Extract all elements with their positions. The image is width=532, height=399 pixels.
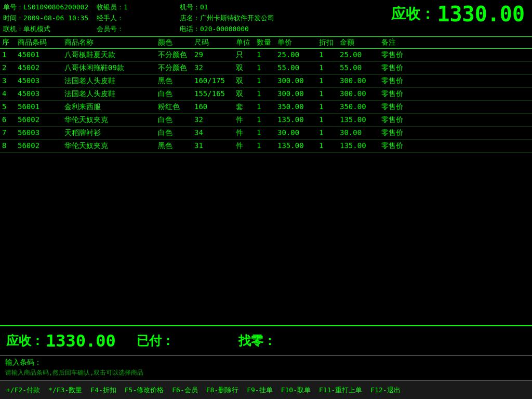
shop-value: 广州卡斯特软件开发公司 (200, 14, 274, 22)
cell-name: 华伦天奴夹克 (62, 115, 156, 125)
cell-name: 华伦天奴夹克 (62, 141, 156, 151)
phone-row: 电话：020-00000000 (180, 24, 325, 35)
input-row[interactable]: 输入条码： (5, 358, 527, 367)
function-key[interactable]: F10-取单 (278, 385, 314, 395)
cell-amount: 350.00 (338, 102, 379, 112)
cell-remark: 零售价 (379, 128, 532, 138)
cell-disc: 1 (317, 115, 338, 125)
cashier-value: 1 (124, 3, 128, 11)
cell-color: 白色 (156, 89, 192, 99)
cell-remark: 零售价 (379, 63, 532, 73)
cell-size: 34 (192, 128, 234, 138)
function-key[interactable]: F12-退出 (367, 385, 403, 395)
total-label: 应收： (391, 4, 435, 24)
function-key[interactable]: +/F2-付款 (3, 385, 43, 395)
cell-name: 八哥休闲拖鞋09款 (62, 63, 156, 73)
cell-unit: 双 (234, 89, 255, 99)
cell-color: 白色 (156, 128, 192, 138)
table-row[interactable]: 8 56002 华伦天奴夹克 黑色 31 件 1 135.00 1 135.00… (0, 140, 532, 153)
cell-price: 135.00 (275, 141, 317, 151)
cell-size: 32 (192, 63, 234, 73)
table-row[interactable]: 4 45003 法国老人头皮鞋 白色 155/165 双 1 300.00 1 … (0, 88, 532, 101)
function-key[interactable]: */F3-数量 (45, 385, 85, 395)
cell-unit: 双 (234, 63, 255, 73)
cell-disc: 1 (317, 141, 338, 151)
cell-disc: 1 (317, 102, 338, 112)
function-key[interactable]: F9-挂单 (244, 385, 275, 395)
cell-code: 56002 (16, 115, 62, 125)
mode-label: 联机： (3, 25, 23, 33)
cell-qty: 1 (255, 115, 275, 125)
cell-seq: 7 (0, 128, 16, 138)
table-header: 序 商品条码 商品名称 颜色 尺码 单位 数量 单价 折扣 金额 备注 (0, 37, 532, 49)
manager-label: 经手人： (97, 14, 124, 22)
table-row[interactable]: 7 56003 天稻牌衬衫 白色 34 件 1 30.00 1 30.00 零售… (0, 127, 532, 140)
serial-row: 单号：LS01090806200002 (3, 2, 97, 13)
function-key[interactable]: F8-删除行 (203, 385, 242, 395)
cell-disc: 1 (317, 50, 338, 60)
cell-name: 八哥板鞋夏天款 (62, 50, 156, 60)
cell-amount: 135.00 (338, 115, 379, 125)
function-key[interactable]: F11-重打上单 (316, 385, 365, 395)
cell-disc: 1 (317, 89, 338, 99)
summary-change: 找零： (238, 332, 320, 349)
cell-unit: 件 (234, 141, 255, 151)
cell-code: 56003 (16, 128, 62, 138)
cell-size: 31 (192, 141, 234, 151)
table-row[interactable]: 6 56002 华伦天奴夹克 白色 32 件 1 135.00 1 135.00… (0, 114, 532, 127)
barcode-label: 输入条码： (5, 358, 42, 367)
header-shop: 机号：01 店名：广州卡斯特软件开发公司 电话：020-00000000 (180, 2, 325, 34)
function-key[interactable]: F4-折扣 (87, 385, 119, 395)
cell-amount: 135.00 (338, 141, 379, 151)
member-label: 会员号： (97, 25, 124, 33)
col-header-price: 单价 (275, 38, 317, 47)
cell-price: 30.00 (275, 128, 317, 138)
cell-disc: 1 (317, 63, 338, 73)
cell-seq: 4 (0, 89, 16, 99)
barcode-input[interactable] (44, 358, 148, 367)
cell-unit: 件 (234, 115, 255, 125)
cell-seq: 1 (0, 50, 16, 60)
col-header-disc: 折扣 (317, 38, 338, 47)
phone-value: 020-00000000 (200, 25, 249, 33)
summary-change-label: 找零： (238, 332, 276, 349)
cell-remark: 零售价 (379, 115, 532, 125)
summary-paid-label: 已付： (137, 332, 174, 349)
cell-code: 45003 (16, 76, 62, 86)
function-bar: +/F2-付款*/F3-数量F4-折扣F5-修改价格F6-会员F8-删除行F9-… (0, 380, 532, 399)
cell-color: 黑色 (156, 141, 192, 151)
table-row[interactable]: 5 56001 金利来西服 粉红色 160 套 1 350.00 1 350.0… (0, 101, 532, 114)
header-total: 应收： 1330.00 (325, 2, 529, 26)
input-hint: 请输入商品条码,然后回车确认,双击可以选择商品 (5, 368, 527, 377)
cell-qty: 1 (255, 89, 275, 99)
cell-price: 300.00 (275, 89, 317, 99)
cell-disc: 1 (317, 76, 338, 86)
cell-size: 29 (192, 50, 234, 60)
cell-code: 56002 (16, 141, 62, 151)
col-header-code: 商品条码 (16, 38, 62, 47)
function-key[interactable]: F5-修改价格 (122, 385, 167, 395)
cell-seq: 6 (0, 115, 16, 125)
cell-qty: 1 (255, 128, 275, 138)
cell-amount: 55.00 (338, 63, 379, 73)
cell-code: 45003 (16, 89, 62, 99)
cell-qty: 1 (255, 63, 275, 73)
shop-row: 店名：广州卡斯特软件开发公司 (180, 13, 325, 24)
cell-unit: 件 (234, 128, 255, 138)
time-label: 时间： (3, 14, 23, 22)
cell-size: 155/165 (192, 89, 234, 99)
time-row: 时间：2009-08-06 10:35 (3, 13, 97, 24)
cell-name: 金利来西服 (62, 102, 156, 112)
cell-color: 不分颜色 (156, 50, 192, 60)
input-area: 输入条码： 请输入商品条码,然后回车确认,双击可以选择商品 (0, 355, 532, 380)
cell-amount: 300.00 (338, 89, 379, 99)
summary-paid: 已付： (137, 332, 218, 349)
function-key[interactable]: F6-会员 (169, 385, 201, 395)
cell-size: 32 (192, 115, 234, 125)
manager-row: 经手人： (97, 13, 180, 24)
cell-unit: 套 (234, 102, 255, 112)
col-header-unit: 单位 (234, 38, 255, 47)
table-row[interactable]: 1 45001 八哥板鞋夏天款 不分颜色 29 只 1 25.00 1 25.0… (0, 49, 532, 62)
table-row[interactable]: 3 45003 法国老人头皮鞋 黑色 160/175 双 1 300.00 1 … (0, 75, 532, 88)
table-row[interactable]: 2 45002 八哥休闲拖鞋09款 不分颜色 32 双 1 55.00 1 55… (0, 62, 532, 75)
